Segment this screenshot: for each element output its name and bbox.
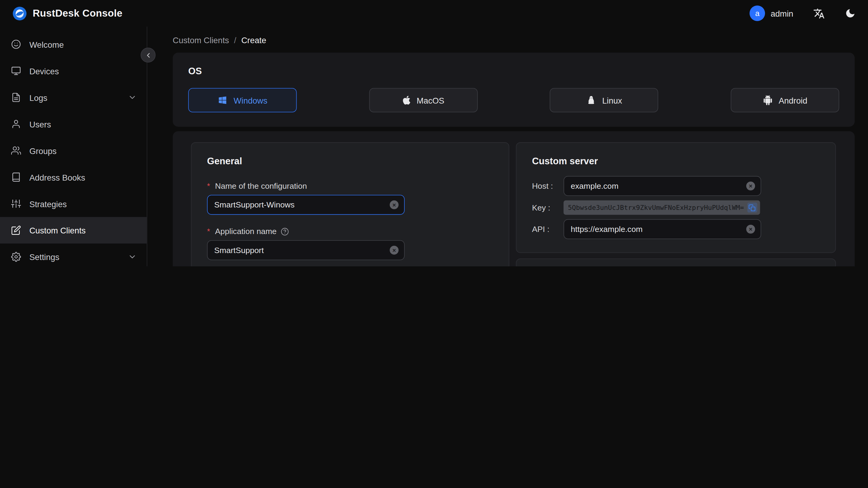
rustdesk-logo-icon [12, 6, 27, 21]
os-button-label: Linux [602, 95, 622, 105]
shell: Welcome Devices Logs [0, 27, 868, 266]
os-button-label: MacOS [417, 95, 444, 105]
breadcrumb-parent[interactable]: Custom Clients [173, 35, 229, 45]
sidebar: Welcome Devices Logs [0, 27, 147, 266]
apple-logo-icon [402, 95, 410, 105]
devices-icon [11, 66, 21, 76]
custom-server-title: Custom server [532, 156, 820, 167]
sidebar-item-label: Welcome [29, 39, 64, 49]
breadcrumb-separator: / [234, 35, 237, 45]
topbar-right: a admin [750, 5, 856, 21]
help-icon[interactable] [281, 227, 289, 235]
chevron-down-icon [128, 252, 136, 261]
sidebar-item-label: Address Books [29, 173, 85, 182]
sidebar-item-logs[interactable]: Logs [0, 84, 147, 111]
sidebar-item-label: Users [29, 119, 51, 129]
api-input[interactable]: × [564, 219, 761, 239]
visual-card: Visual Application icon Click or drag t [516, 258, 836, 266]
clear-icon[interactable]: × [746, 182, 755, 190]
sidebar-item-custom-clients[interactable]: Custom Clients [0, 217, 147, 244]
host-input[interactable]: × [564, 176, 761, 196]
windows-logo-icon [217, 95, 227, 105]
sidebar-item-label: Devices [29, 66, 59, 75]
application-name-input-field[interactable] [214, 246, 385, 254]
dark-mode-moon-icon[interactable] [845, 8, 856, 19]
os-panel: OS Windows MacOS [173, 53, 855, 127]
sidebar-item-welcome[interactable]: Welcome [0, 31, 147, 58]
sidebar-item-users[interactable]: Users [0, 111, 147, 138]
welcome-icon [11, 39, 21, 49]
os-button-windows[interactable]: Windows [188, 88, 297, 112]
api-row: API : × [532, 219, 820, 239]
os-button-label: Android [779, 95, 807, 105]
host-row: Host : × [532, 176, 820, 196]
sidebar-item-strategies[interactable]: Strategies [0, 190, 147, 217]
os-button-linux[interactable]: Linux [550, 88, 658, 112]
key-value: 5Qbwsde3unUcJBtrx9ZkvUmwFNoExHzpryHuPUdq… [568, 204, 744, 212]
clear-icon[interactable]: × [746, 225, 755, 234]
key-value-chip: 5Qbwsde3unUcJBtrx9ZkvUmwFNoExHzpryHuPUdq… [564, 201, 760, 215]
sidebar-item-label: Logs [29, 93, 48, 102]
config-name-input[interactable]: × [207, 195, 405, 215]
brand: RustDesk Console [12, 6, 122, 21]
sidebar-item-settings[interactable]: Settings [0, 243, 147, 266]
os-button-android[interactable]: Android [731, 88, 839, 112]
api-label: API : [532, 225, 563, 234]
os-button-label: Windows [234, 95, 268, 105]
rustdesk-console-app: RustDesk Console a admin [0, 0, 868, 266]
sidebar-item-address-books[interactable]: Address Books [0, 164, 147, 190]
sidebar-collapse-button[interactable] [141, 48, 156, 62]
custom-server-card: Custom server Host : × Key : 5Qbwsde3un [516, 142, 836, 253]
translate-icon[interactable] [813, 7, 825, 19]
user-avatar[interactable]: a [750, 5, 765, 21]
main-content: Custom Clients / Create OS Windows [147, 27, 868, 266]
address-books-icon [11, 172, 21, 182]
app-title: RustDesk Console [33, 7, 122, 19]
groups-icon [11, 146, 21, 155]
breadcrumb: Custom Clients / Create [173, 35, 855, 45]
general-card: General Name of the configuration × Appl… [191, 142, 509, 266]
os-buttons: Windows MacOS Linux [188, 88, 839, 112]
sidebar-item-label: Strategies [29, 199, 67, 208]
host-input-field[interactable] [571, 182, 742, 190]
config-name-label-text: Name of the configuration [215, 182, 307, 190]
android-robot-icon [763, 95, 773, 105]
sidebar-item-label: Settings [29, 252, 59, 262]
chevron-down-icon [128, 93, 136, 102]
application-name-input[interactable]: × [207, 240, 405, 260]
topbar: RustDesk Console a admin [0, 0, 868, 27]
sidebar-item-devices[interactable]: Devices [0, 58, 147, 84]
application-name-label: Application name [207, 227, 494, 236]
user-name[interactable]: admin [771, 8, 794, 18]
key-row: Key : 5Qbwsde3unUcJBtrx9ZkvUmwFNoExHzpry… [532, 201, 820, 215]
config-name-input-field[interactable] [214, 201, 385, 209]
config-name-label: Name of the configuration [207, 182, 494, 190]
breadcrumb-current: Create [241, 35, 267, 45]
os-panel-title: OS [188, 66, 839, 77]
sidebar-item-label: Groups [29, 146, 57, 155]
linux-penguin-icon [586, 95, 596, 105]
os-button-macos[interactable]: MacOS [369, 88, 477, 112]
general-title: General [207, 156, 494, 167]
users-icon [11, 119, 21, 129]
right-column: Custom server Host : × Key : 5Qbwsde3un [516, 142, 836, 266]
logs-icon [11, 92, 21, 102]
settings-gear-icon [11, 252, 21, 262]
key-label: Key : [532, 203, 563, 212]
clear-icon[interactable]: × [390, 246, 398, 254]
copy-icon[interactable] [747, 203, 757, 213]
host-label: Host : [532, 182, 563, 190]
application-name-label-text: Application name [215, 227, 277, 236]
form-panel: General Name of the configuration × Appl… [173, 131, 855, 266]
api-input-field[interactable] [571, 225, 742, 234]
sidebar-item-groups[interactable]: Groups [0, 138, 147, 164]
strategies-icon [11, 199, 21, 209]
custom-clients-icon [11, 225, 21, 235]
clear-icon[interactable]: × [390, 201, 398, 209]
sidebar-item-label: Custom Clients [29, 225, 86, 235]
